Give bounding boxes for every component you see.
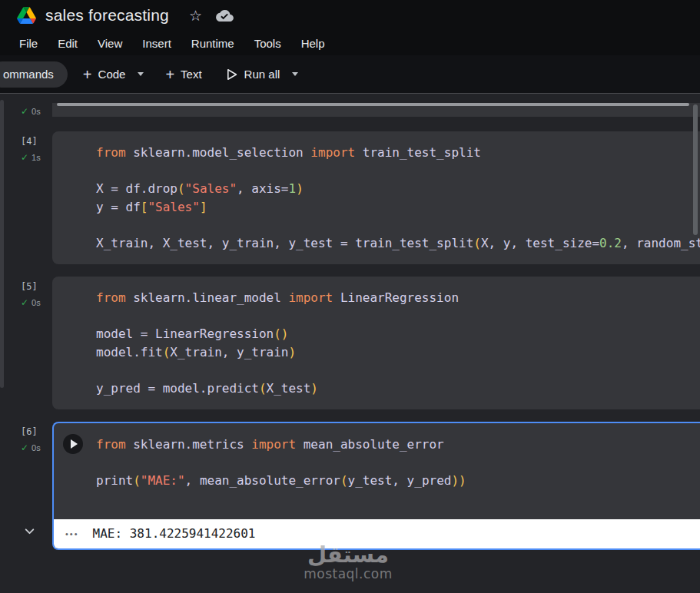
menu-item-runtime[interactable]: Runtime — [191, 37, 234, 50]
cell-gutter: ✓ 0s — [0, 101, 52, 117]
code-line: model = LinearRegression() — [96, 325, 700, 343]
run-all-button[interactable]: Run all — [227, 68, 299, 81]
code-cell-selected[interactable]: from sklearn.metrics import mean_absolut… — [52, 422, 700, 550]
chevron-down-icon[interactable] — [292, 72, 298, 76]
play-icon — [71, 439, 78, 449]
code-cell-partial[interactable] — [52, 103, 700, 117]
menu-item-edit[interactable]: Edit — [58, 37, 78, 50]
add-text-button[interactable]: + Text — [165, 67, 201, 82]
cell-gutter: [4] ✓ 1s — [0, 131, 52, 264]
add-code-button[interactable]: + Code — [83, 67, 144, 82]
chevron-down-icon[interactable] — [138, 72, 144, 76]
check-icon: ✓ — [21, 106, 28, 117]
check-icon: ✓ — [21, 297, 28, 308]
star-icon[interactable]: ☆ — [189, 7, 202, 25]
play-outline-icon — [227, 68, 237, 81]
collapse-output-chevron-icon[interactable] — [23, 525, 36, 538]
code-line: X_train, X_test, y_train, y_test = train… — [96, 234, 700, 253]
output-options-icon[interactable]: ••• — [65, 529, 79, 538]
cell-row: [4] ✓ 1s from sklearn.model_selection im… — [0, 131, 700, 264]
run-all-label: Run all — [244, 68, 280, 81]
execution-count: [4] — [21, 136, 52, 147]
code-line — [96, 216, 700, 234]
toolbar: ommands + Code + Text Run all — [0, 55, 700, 94]
code-line — [96, 454, 700, 472]
code-line: X = df.drop("Sales", axis=1) — [96, 180, 700, 198]
code-editor[interactable]: from sklearn.model_selection import trai… — [96, 144, 700, 252]
add-text-label: Text — [181, 68, 202, 81]
run-cell-button[interactable] — [63, 434, 83, 454]
cell-row-partial: ✓ 0s — [0, 101, 700, 117]
execution-time: 1s — [32, 153, 41, 162]
cell-gutter: [5] ✓ 0s — [0, 277, 52, 409]
cell-row-selected: [6] ✓ 0s from sklearn.metrics import mea… — [0, 422, 700, 550]
code-line — [96, 361, 700, 379]
vertical-scrollbar[interactable] — [693, 104, 698, 235]
cloud-saved-icon[interactable] — [216, 8, 234, 23]
menu-item-tools[interactable]: Tools — [254, 37, 281, 50]
cell-row: [5] ✓ 0s from sklearn.linear_model impor… — [0, 277, 700, 409]
cell-output-area: ••• MAE: 381.4225941422601 — [54, 519, 700, 548]
horizontal-scrollbar[interactable] — [57, 103, 689, 106]
check-icon: ✓ — [21, 442, 28, 453]
menubar: FileEditViewInsertRuntimeToolsHelp — [0, 31, 700, 55]
notebook-area: ✓ 0s [4] ✓ 1s from sklearn.model_selecti… — [0, 94, 700, 592]
execution-count: [5] — [21, 281, 52, 292]
code-line — [96, 162, 700, 181]
notebook-title[interactable]: sales forecasting — [45, 6, 169, 25]
code-line: model.fit(X_train, y_train) — [96, 343, 700, 362]
cell-output-text: MAE: 381.4225941422601 — [93, 526, 256, 541]
code-line: y_pred = model.predict(X_test) — [96, 379, 700, 398]
code-line: from sklearn.metrics import mean_absolut… — [96, 436, 700, 454]
menu-item-view[interactable]: View — [98, 37, 122, 50]
plus-icon: + — [83, 67, 92, 82]
plus-icon: + — [165, 67, 174, 82]
code-line: print("MAE:", mean_absolute_error(y_test… — [96, 472, 700, 490]
titlebar: sales forecasting ☆ — [0, 0, 700, 31]
code-line: y = df["Sales"] — [96, 198, 700, 217]
code-line: from sklearn.model_selection import trai… — [96, 144, 700, 162]
code-editor[interactable]: from sklearn.metrics import mean_absolut… — [96, 436, 700, 490]
code-editor[interactable]: from sklearn.linear_model import LinearR… — [96, 289, 700, 397]
commands-button[interactable]: ommands — [0, 61, 68, 88]
drive-logo-icon — [17, 7, 36, 24]
execution-time: 0s — [32, 107, 41, 116]
menu-item-insert[interactable]: Insert — [142, 37, 171, 50]
code-cell[interactable]: from sklearn.linear_model import LinearR… — [52, 277, 700, 409]
code-cell[interactable]: from sklearn.model_selection import trai… — [52, 131, 700, 264]
code-line: from sklearn.linear_model import LinearR… — [96, 289, 700, 307]
watermark-latin: mostaql.com — [287, 566, 410, 581]
execution-time: 0s — [32, 298, 41, 307]
menu-item-help[interactable]: Help — [301, 37, 325, 50]
code-line — [96, 307, 700, 326]
execution-count: [6] — [21, 426, 52, 437]
add-code-label: Code — [98, 68, 126, 81]
check-icon: ✓ — [21, 152, 28, 163]
menu-item-file[interactable]: File — [19, 37, 38, 50]
execution-time: 0s — [32, 443, 41, 452]
